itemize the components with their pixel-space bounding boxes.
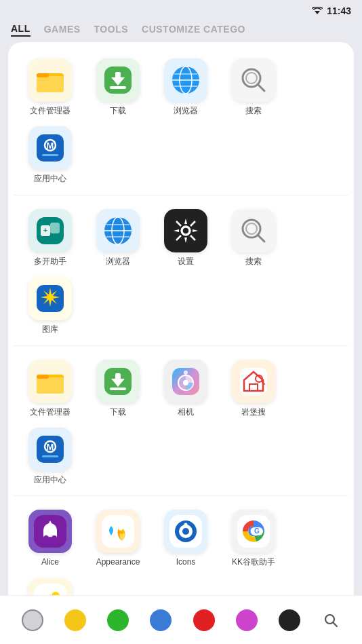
svg-rect-22: [50, 223, 60, 233]
app-browser2[interactable]: 浏览器: [84, 204, 152, 271]
svg-rect-3: [37, 73, 49, 77]
app-appcenter1[interactable]: M 应用中心: [16, 121, 84, 189]
svg-rect-41: [115, 373, 121, 381]
svg-rect-6: [115, 72, 121, 80]
tab-tools[interactable]: TOOLS: [94, 22, 128, 36]
status-bar: 11:43: [0, 0, 362, 19]
palette-dot-magenta[interactable]: [236, 609, 258, 631]
svg-rect-7: [110, 86, 126, 89]
palette-dot-yellow[interactable]: [64, 609, 86, 631]
palette-bar: [0, 595, 362, 644]
app-label-download1: 下载: [110, 106, 126, 115]
svg-rect-2: [37, 76, 64, 92]
app-label-appearance: Appearance: [96, 557, 140, 567]
app-label-search2: 搜索: [245, 257, 262, 266]
app-appearance[interactable]: Appearance: [84, 504, 152, 572]
app-label-rocksearch: 岩堡搜: [241, 407, 266, 417]
svg-text:M: M: [47, 140, 54, 151]
app-label-multiopen: 多开助手: [34, 257, 66, 266]
svg-point-46: [184, 371, 188, 375]
app-label-download2: 下载: [110, 407, 126, 417]
tab-bar: ALL GAMES TOOLS CUSTOMIZE CATEGO: [0, 19, 362, 42]
app-label-alice: Alice: [41, 557, 59, 567]
app-alice[interactable]: Alice: [16, 504, 84, 572]
app-section-2: + 多开助手 浏览器: [14, 195, 348, 340]
app-download2[interactable]: 下载: [84, 354, 152, 422]
tab-customize[interactable]: CUSTOMIZE CATEGO: [142, 22, 245, 36]
palette-dot-green[interactable]: [107, 609, 129, 631]
palette-dot-blue[interactable]: [150, 609, 172, 631]
app-multiopen[interactable]: + 多开助手: [16, 204, 84, 271]
search-palette-button[interactable]: [321, 611, 340, 630]
svg-rect-37: [37, 377, 64, 394]
palette-dot-red[interactable]: [193, 609, 215, 631]
app-gallery[interactable]: 图库: [16, 271, 84, 339]
svg-point-66: [184, 523, 188, 527]
svg-text:G: G: [254, 527, 260, 535]
app-kkgoogle[interactable]: G G KK谷歌助手: [220, 504, 287, 572]
app-search2[interactable]: 搜索: [220, 204, 287, 271]
svg-text:M: M: [47, 442, 54, 452]
app-rocksearch[interactable]: 岩堡搜: [220, 354, 287, 422]
app-label-search1: 搜索: [245, 106, 262, 115]
tab-games[interactable]: GAMES: [44, 22, 81, 36]
app-appcenter2[interactable]: M 应用中心: [16, 422, 84, 490]
svg-line-76: [334, 622, 338, 626]
svg-point-65: [182, 528, 189, 535]
app-label-filemanager2: 文件管理器: [30, 407, 71, 417]
app-label-appcenter1: 应用中心: [34, 174, 66, 183]
app-browser1[interactable]: 浏览器: [152, 53, 220, 121]
app-label-settings: 设置: [178, 257, 194, 266]
svg-rect-19: [42, 154, 58, 156]
wifi-icon: [312, 7, 323, 15]
app-icons[interactable]: Icons: [152, 504, 220, 572]
main-card: 文件管理器 下载: [8, 42, 354, 644]
app-label-camera: 相机: [178, 407, 194, 417]
svg-line-15: [258, 84, 264, 91]
app-label-browser1: 浏览器: [174, 106, 198, 115]
app-filemanager1[interactable]: 文件管理器: [16, 53, 84, 121]
app-camera[interactable]: 相机: [152, 354, 220, 422]
svg-rect-42: [110, 387, 126, 390]
app-section-3: 文件管理器 下载: [14, 345, 348, 491]
app-section-1: 文件管理器 下载: [14, 53, 348, 189]
svg-rect-53: [42, 455, 58, 457]
palette-dot-grey[interactable]: [22, 609, 43, 631]
svg-marker-0: [315, 11, 320, 14]
app-label-browser2: 浏览器: [106, 257, 130, 266]
app-label-icons: Icons: [176, 557, 196, 567]
svg-point-45: [183, 380, 188, 385]
palette-dot-black[interactable]: [279, 609, 300, 631]
svg-point-59: [52, 535, 57, 541]
app-search1[interactable]: 搜索: [220, 53, 287, 121]
svg-text:+: +: [43, 227, 47, 234]
svg-line-34: [258, 235, 264, 242]
svg-point-33: [246, 223, 257, 234]
svg-rect-38: [37, 375, 49, 379]
svg-point-14: [246, 73, 257, 83]
app-label-appcenter2: 应用中心: [34, 475, 66, 485]
tab-all[interactable]: ALL: [11, 22, 31, 37]
app-label-filemanager1: 文件管理器: [30, 106, 71, 115]
status-time: 11:43: [327, 5, 351, 16]
app-filemanager2[interactable]: 文件管理器: [16, 354, 84, 422]
app-label-gallery: 图库: [42, 324, 58, 334]
app-label-kkgoogle: KK谷歌助手: [232, 557, 275, 567]
app-settings[interactable]: 设置: [152, 204, 220, 271]
app-download1[interactable]: 下载: [84, 53, 152, 121]
